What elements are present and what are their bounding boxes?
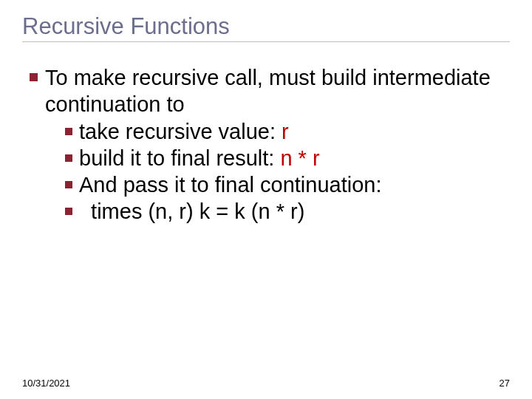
footer-page: 27 bbox=[499, 378, 510, 389]
slide-title: Recursive Functions bbox=[22, 13, 510, 42]
text-part: build it to final result: bbox=[79, 146, 280, 170]
bullet-icon bbox=[65, 128, 72, 135]
inner-text-3: And pass it to final continuation: bbox=[79, 171, 381, 198]
list-item: build it to final result: n * r bbox=[65, 145, 510, 171]
text-part: take recursive value: bbox=[79, 120, 282, 143]
inner-text-2: build it to final result: n * r bbox=[79, 145, 320, 171]
footer-date: 10/31/2021 bbox=[22, 378, 70, 389]
bullet-icon bbox=[30, 73, 38, 81]
list-item: And pass it to final continuation: bbox=[65, 171, 510, 198]
inner-list: take recursive value: r build it to fina… bbox=[65, 118, 510, 225]
outer-text: To make recursive call, must build inter… bbox=[45, 64, 510, 118]
list-item: times (n, r) k = k (n * r) bbox=[65, 198, 510, 225]
list-item: take recursive value: r bbox=[65, 118, 510, 145]
slide: Recursive Functions To make recursive ca… bbox=[0, 0, 532, 399]
text-red: n * r bbox=[280, 146, 319, 170]
slide-content: To make recursive call, must build inter… bbox=[22, 63, 510, 225]
text-red: r bbox=[282, 120, 289, 143]
inner-text-4: times (n, r) k = k (n * r) bbox=[79, 198, 304, 225]
list-item: To make recursive call, must build inter… bbox=[30, 64, 510, 118]
bullet-icon bbox=[65, 154, 72, 162]
bullet-icon bbox=[65, 208, 72, 215]
inner-text-1: take recursive value: r bbox=[79, 118, 289, 145]
bullet-icon bbox=[65, 181, 72, 188]
